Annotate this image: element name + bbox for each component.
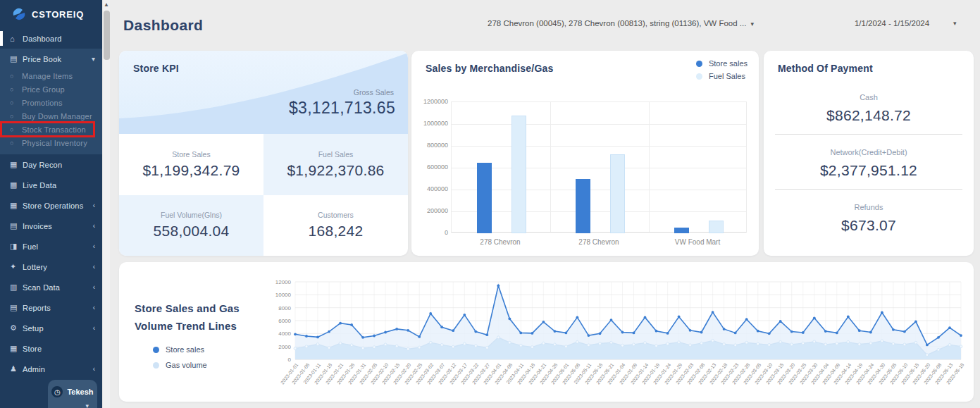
chevron-left-icon: ‹ [93, 324, 95, 332]
price-book-icon: ▤ [10, 54, 23, 63]
user-badge[interactable]: ◷ Tekesh ▾ [48, 380, 97, 408]
gas-volume-point [395, 345, 398, 347]
store-sales-point [926, 344, 929, 347]
sidebar-item-price-group[interactable]: ○Price Group [1, 82, 94, 96]
sidebar-item-buy-down-manager[interactable]: ○Buy Down Manager [1, 109, 94, 123]
chevron-left-icon: ‹ [93, 242, 95, 250]
gas-volume-point [485, 347, 488, 350]
brand-logo[interactable]: CSTOREIQ [0, 0, 102, 28]
store-sales-point [395, 328, 398, 330]
store-sales-point [418, 335, 421, 338]
bar-278-chevron-fuel-sales[interactable] [610, 154, 625, 233]
mop-divider [775, 134, 962, 135]
brand-name: CSTOREIQ [32, 9, 84, 20]
bar-278-chevron-fuel-sales[interactable] [511, 116, 526, 233]
sidebar-item-fuel[interactable]: ◨Fuel‹ [0, 236, 102, 256]
trend-lines-card: Store Sales and Gas Volume Trend Lines S… [119, 262, 974, 402]
sidebar-item-reports[interactable]: ▤Reports‹ [0, 297, 102, 318]
store-sales-point [350, 323, 353, 326]
store-sales-point [599, 332, 602, 335]
sidebar-item-price-book[interactable]: ▤Price Book▾ [0, 49, 102, 69]
store-operations-icon: ▦ [10, 201, 23, 210]
gas-volume-point [723, 343, 726, 346]
gas-volume-point [914, 341, 917, 344]
gas-volume-point [384, 343, 387, 346]
legend-label: Fuel Sales [709, 72, 745, 80]
bar-vw-food-mart-fuel-sales[interactable] [709, 221, 724, 233]
y-axis-tick: 2000 [278, 344, 291, 350]
sidebar-item-label: Admin [23, 365, 102, 373]
x-axis-category-label: 278 Chevron [550, 238, 648, 246]
kpi-cell-value: $1,199,342.79 [142, 162, 240, 179]
gas-volume-point [666, 342, 669, 345]
store-sales-point [655, 330, 658, 333]
gross-sales-value: $3,121,713.65 [289, 99, 395, 118]
gas-volume-point [655, 345, 658, 347]
sidebar-item-scan-data[interactable]: ▥Scan Data‹ [0, 277, 102, 297]
y-axis-tick: 1200000 [418, 98, 448, 105]
bar-chart: 0200000400000600000800000100000012000002… [418, 96, 752, 251]
mop-card-title: Method Of Payment [778, 63, 873, 74]
gas-volume-point [948, 344, 951, 347]
sidebar-item-day-recon[interactable]: ▦Day Recon [0, 154, 102, 175]
store-sales-point [836, 332, 838, 335]
sidebar-item-promotions[interactable]: ○Promotions [1, 96, 94, 109]
legend-item-gas-volume[interactable]: Gas volume [153, 361, 207, 369]
gas-volume-point [407, 347, 409, 350]
gas-volume-point [858, 343, 861, 346]
store-sales-point [588, 334, 590, 337]
store-sales-point [745, 318, 748, 321]
sidebar-item-store-operations[interactable]: ▦Store Operations‹ [0, 195, 102, 216]
fuel-icon: ◨ [10, 242, 23, 251]
sidebar-item-label: Dashboard [23, 35, 102, 43]
sidebar-item-live-data[interactable]: ▦Live Data [0, 175, 102, 195]
store-sales-point [768, 332, 771, 335]
chevron-down-icon: ▾ [92, 55, 95, 63]
sidebar-item-physical-inventory[interactable]: ○Physical Inventory [1, 136, 94, 149]
sidebar-item-label: Fuel [23, 242, 102, 251]
store-sales-point [621, 331, 624, 334]
sidebar-item-lottery[interactable]: ✦Lottery‹ [0, 256, 102, 277]
store-sales-point [802, 331, 805, 334]
sidebar-item-stock-transaction[interactable]: ○Stock Transaction [1, 123, 94, 136]
circle-icon: ○ [10, 99, 22, 106]
sidebar-item-manage-items[interactable]: ○Manage Items [1, 69, 94, 82]
gas-volume-point [621, 344, 624, 347]
date-range-caret-icon[interactable]: ▾ [953, 20, 957, 27]
chevron-left-icon: ‹ [93, 365, 95, 373]
bar-278-chevron-store-sales[interactable] [576, 179, 590, 234]
date-range-selector[interactable]: 1/1/2024 - 1/15/2024 [843, 19, 941, 27]
legend-item-store-sales[interactable]: Store sales [153, 345, 207, 354]
scroll-up-icon[interactable]: ▲ [103, 0, 110, 9]
sidebar-subitem-label: Manage Items [22, 72, 94, 80]
gas-volume-point [339, 342, 342, 345]
store-sales-point [328, 330, 330, 333]
legend-item-store-sales[interactable]: Store sales [696, 59, 748, 68]
bar-vw-food-mart-store-sales[interactable] [674, 228, 689, 233]
legend-dot-icon [696, 73, 702, 80]
store-selector-dropdown[interactable]: 278 Chevron (00045), 278 Chevron (00813)… [487, 19, 755, 27]
gridline [452, 190, 746, 190]
sidebar-item-invoices[interactable]: ▤Invoices‹ [0, 216, 102, 236]
scan-data-icon: ▥ [10, 283, 23, 292]
gas-volume-point [903, 343, 906, 346]
sidebar-item-store[interactable]: ▦Store [0, 338, 102, 359]
gas-volume-point [700, 342, 703, 345]
legend-item-fuel-sales[interactable]: Fuel Sales [696, 72, 748, 80]
gas-volume-point [734, 344, 737, 347]
mop-value-network-credit-debit: $2,377,951.12 [764, 162, 974, 179]
y-axis-tick: 600000 [418, 163, 448, 171]
admin-icon: ♟ [10, 364, 23, 373]
store-sales-point [384, 331, 387, 334]
sidebar-scrollbar[interactable]: ▲ [102, 0, 110, 408]
kpi-cell-label: Fuel Volume(Glns) [161, 211, 222, 219]
sidebar-item-dashboard[interactable]: ⌂Dashboard [0, 28, 102, 49]
bar-278-chevron-store-sales[interactable] [477, 163, 492, 233]
circle-icon: ○ [10, 140, 22, 147]
scrollbar-thumb[interactable] [104, 11, 110, 60]
sidebar-item-admin[interactable]: ♟Admin‹ [0, 359, 102, 379]
gas-volume-point [689, 344, 692, 347]
mop-label-refunds: Refunds [764, 203, 974, 211]
kpi-cell-customers: Customers168,242 [263, 195, 408, 256]
sidebar-item-setup[interactable]: ⚙Setup‹ [0, 318, 102, 338]
